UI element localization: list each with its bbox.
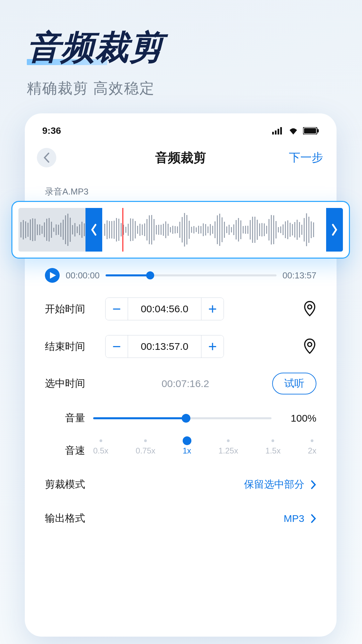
start-time-marker-button[interactable]: [303, 300, 316, 318]
audio-filename: 录音A.MP3: [34, 173, 327, 201]
output-format-row[interactable]: 输出格式 MP3: [34, 512, 327, 525]
selected-time-value: 00:07:16.2: [105, 378, 265, 389]
status-icons: [272, 127, 319, 135]
status-bar: 9:36: [34, 125, 327, 142]
next-button[interactable]: 下一步: [289, 150, 323, 165]
chevron-right-icon: [310, 514, 316, 523]
volume-slider[interactable]: [93, 413, 272, 423]
start-time-label: 开始时间: [45, 302, 99, 316]
speed-option[interactable]: 0.5x: [93, 446, 108, 455]
current-time: 00:00:00: [66, 270, 100, 281]
trim-mode-label: 剪裁模式: [45, 478, 85, 491]
selected-region[interactable]: [102, 208, 326, 252]
end-time-label: 结束时间: [45, 340, 99, 354]
svg-rect-5: [304, 128, 316, 133]
volume-row: 音量 100%: [34, 411, 327, 425]
playback-controls: 00:00:00 00:13:57: [34, 268, 327, 283]
selected-time-label: 选中时间: [45, 377, 99, 390]
speed-option[interactable]: 1x: [183, 446, 191, 455]
trim-mode-value: 保留选中部分: [244, 478, 316, 491]
battery-icon: [303, 127, 319, 135]
svg-rect-2: [278, 129, 279, 135]
preview-button[interactable]: 试听: [272, 373, 316, 394]
promo-title: 音频裁剪: [0, 0, 362, 64]
svg-point-8: [308, 342, 312, 346]
svg-rect-3: [280, 127, 282, 135]
total-time: 00:13:57: [283, 270, 316, 281]
end-time-row: 结束时间 − 00:13:57.0 +: [34, 335, 327, 358]
chevron-left-icon: [90, 223, 97, 236]
wifi-icon: [288, 127, 298, 135]
end-time-decrement[interactable]: −: [106, 335, 128, 358]
end-time-marker-button[interactable]: [303, 338, 316, 355]
start-time-value[interactable]: 00:04:56.0: [128, 298, 201, 320]
speed-option[interactable]: 0.75x: [136, 446, 156, 455]
play-icon: [50, 272, 56, 279]
output-format-label: 输出格式: [45, 512, 85, 525]
volume-knob[interactable]: [182, 414, 190, 423]
chevron-right-icon: [331, 223, 338, 236]
signal-icon: [272, 127, 284, 135]
playhead[interactable]: [122, 208, 123, 252]
start-time-increment[interactable]: +: [201, 298, 224, 320]
svg-point-7: [308, 305, 312, 309]
start-time-decrement[interactable]: −: [106, 298, 128, 320]
speed-picker[interactable]: 0.5x0.75x1x1.25x1.5x2x: [93, 446, 316, 455]
trim-end-handle[interactable]: [326, 208, 343, 252]
waveform-sel: [102, 208, 326, 252]
start-time-row: 开始时间 − 00:04:56.0 +: [34, 298, 327, 320]
volume-value: 100%: [280, 413, 316, 424]
page-title: 音频裁剪: [155, 149, 206, 166]
play-button[interactable]: [45, 268, 60, 283]
end-time-value[interactable]: 00:13:57.0: [128, 335, 201, 358]
waveform-display[interactable]: [18, 208, 343, 252]
back-button[interactable]: [37, 148, 56, 167]
volume-fill: [93, 417, 186, 419]
playback-fill: [106, 274, 150, 276]
waveform-card: [11, 201, 350, 259]
trim-mode-text: 保留选中部分: [244, 478, 304, 491]
chevron-right-icon: [310, 480, 316, 489]
svg-rect-0: [272, 132, 274, 135]
svg-rect-6: [317, 129, 319, 132]
status-time: 9:36: [42, 125, 61, 136]
playback-slider[interactable]: [106, 274, 277, 276]
phone-mockup: 9:36 音频裁剪 下一步 录音A.MP3: [25, 113, 337, 637]
speed-option[interactable]: 2x: [308, 446, 316, 455]
speed-label: 音速: [45, 444, 85, 458]
speed-option[interactable]: 1.25x: [219, 446, 238, 455]
speed-row: 音速 0.5x0.75x1x1.25x1.5x2x: [34, 444, 327, 458]
output-format-value: MP3: [284, 513, 316, 524]
pin-icon: [303, 338, 316, 354]
navigation-bar: 音频裁剪 下一步: [34, 142, 327, 173]
playback-knob[interactable]: [146, 271, 154, 279]
end-time-increment[interactable]: +: [201, 335, 224, 358]
selected-time-row: 选中时间 00:07:16.2 试听: [34, 373, 327, 394]
chevron-left-icon: [43, 153, 50, 163]
trim-mode-row[interactable]: 剪裁模式 保留选中部分: [34, 478, 327, 491]
output-format-text: MP3: [284, 513, 304, 524]
promo-subtitle: 精确裁剪 高效稳定: [0, 65, 362, 98]
speed-option[interactable]: 1.5x: [265, 446, 281, 455]
start-time-stepper: − 00:04:56.0 +: [105, 298, 224, 320]
trim-start-handle[interactable]: [85, 208, 102, 252]
pin-icon: [303, 300, 316, 316]
promo-heading: 音频裁剪: [27, 30, 362, 64]
end-time-stepper: − 00:13:57.0 +: [105, 335, 224, 358]
svg-rect-1: [275, 130, 277, 135]
volume-label: 音量: [45, 411, 85, 425]
